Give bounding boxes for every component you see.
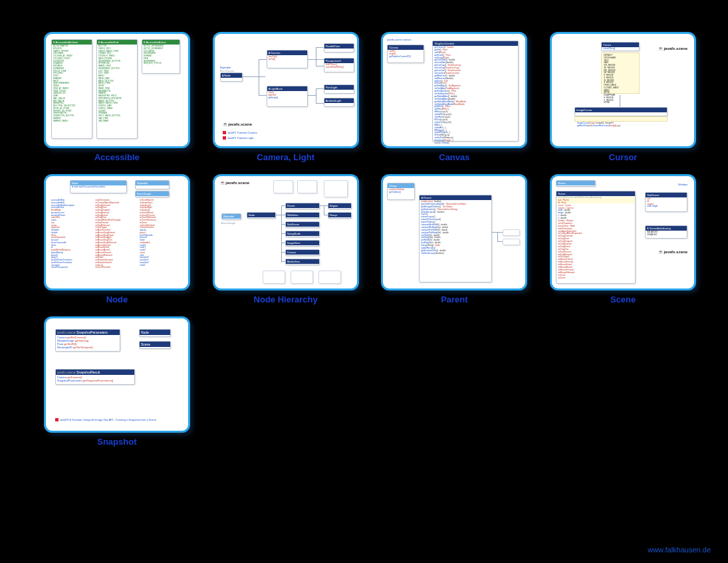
uml-header: A LightBase [267,86,307,91]
cell-accessible: E AccessibleAttribute ACCELERATORBOUNDSC… [39,32,195,162]
uml-header: Canvas [388,45,424,50]
window-link: Window [678,183,687,186]
pkg-small: javafx.scene.canvas [387,38,411,41]
uml-header: javafx.scene SnapshotResult [56,370,134,375]
uml-header: A Node [221,73,242,78]
tile-cursor[interactable]: ☕ javafx.scene Cursor cursor(String) DEF… [550,32,696,148]
package-label: ☕ javafx.scene [223,122,252,126]
cell-parent: Group autoSizeChildrengetChildren() A Pa… [376,174,533,304]
uml-header: ImageCursor [575,108,667,112]
uml-body: needsLayout : boolean getChildrenUnmodif… [420,200,491,256]
uml-header: E AccessibleRole [97,40,137,45]
uml-header: PerspectiveC [324,58,354,63]
cell-cursor: ☕ javafx.scene Cursor cursor(String) DEF… [545,32,701,162]
tile-accessible[interactable]: E AccessibleAttribute ACCELERATORBOUNDSC… [44,32,190,148]
uml-header: GraphicsContext [433,41,518,46]
caption-canvas: Canvas [439,152,469,162]
doc-link: JavaFX Tutorials Light [223,136,254,140]
doc-link: JavaFX Tutorials Camera [223,131,257,134]
tile-parent[interactable]: Group autoSizeChildrengetChildren() A Pa… [381,174,527,290]
uml-body: getCanvas() : Canvas getFill() : Paint s… [433,46,518,146]
uml-header: EventTarget [136,191,169,196]
caption-node: Node [106,294,128,304]
thumbnail-grid: E AccessibleAttribute ACCELERATORBOUNDSC… [0,0,728,447]
uml-header: Scene [556,191,635,196]
doc-link: JavaFX 8 Tutorials: Using the Image Ops … [55,418,182,421]
caption-camera-light: Camera, Light [257,152,314,162]
tile-camera-light[interactable]: A Node StyleableEventTarget A Camera nea… [213,32,359,148]
caption-scene: Scene [610,294,636,304]
uml-header: E AccessibleAction [142,40,180,45]
uml-header: Node [70,181,126,185]
uml-body: BUTTONCHECK_BOXCHECK_MENU_ITEMCOMBO_BOXC… [97,45,137,123]
uml-header: Cursor [602,43,639,47]
package-label: ☕ javafx.scene [658,249,687,254]
cell-node-hierarchy: ☕ javafx.scene Styleable EventTarget Nod… [207,174,364,304]
cell-node: Node id style styleClass pseudoClassStat… [39,174,195,304]
uml-body: accessibleHelpaccessibleRoleaccessibleRo… [50,199,183,284]
tile-node-hierarchy[interactable]: ☕ javafx.scene Styleable EventTarget Nod… [213,174,359,290]
tile-node[interactable]: Node id style styleClass pseudoClassStat… [44,174,190,290]
uml-header: E SceneAntialiasing [646,226,687,231]
package-label: ☕ javafx.scene [658,46,687,51]
uml-body: ACCELERATORBOUNDSCARET_OFFSETCHILDRENCOL… [52,45,92,123]
caption-cursor: Cursor [609,152,638,162]
tile-snapshot[interactable]: javafx.scene SnapshotParameters Camera g… [44,316,190,433]
cell-snapshot: javafx.scene SnapshotParameters Camera g… [39,316,195,447]
footer-link[interactable]: www.falkhausen.de [648,546,711,554]
caption-node-hierarchy: Node Hierarchy [254,294,318,304]
caption-parent: Parent [441,294,467,304]
cell-canvas: javafx.scene.canvas Canvas width()height… [376,32,533,162]
uml-header: E AccessibleAttribute [52,40,92,45]
cell-scene: Scene Scene Scene(Parent,w,h,depthBuffer… [545,174,701,304]
package-label: ☕ javafx.scene [220,180,249,185]
uml-header: AmbientLight [324,98,354,103]
link-styleable: StyleableEventTarget [220,66,234,72]
uml-header: PointLight [324,85,354,90]
cell-camera-light: A Node StyleableEventTarget A Camera nea… [207,32,364,162]
tile-scene[interactable]: Scene Scene Scene(Parent,w,h,depthBuffer… [550,174,696,290]
uml-header: A Parent [420,195,491,200]
uml-header: SubScene [646,193,687,197]
uml-body: BLOCK_DECREMENTBLOCK_INCREMENTCOLLAPSEDE… [142,45,180,66]
uml-header: A Camera [267,51,307,55]
uml-header: Group [388,183,414,188]
tile-canvas[interactable]: javafx.scene.canvas Canvas width()height… [381,32,527,148]
caption-accessible: Accessible [94,152,140,162]
uml-header: ParallelCam [324,44,354,49]
uml-header: Styleable [136,181,169,185]
uml-header: javafx.scene SnapshotParameters [56,330,120,335]
caption-snapshot: Snapshot [97,437,136,447]
